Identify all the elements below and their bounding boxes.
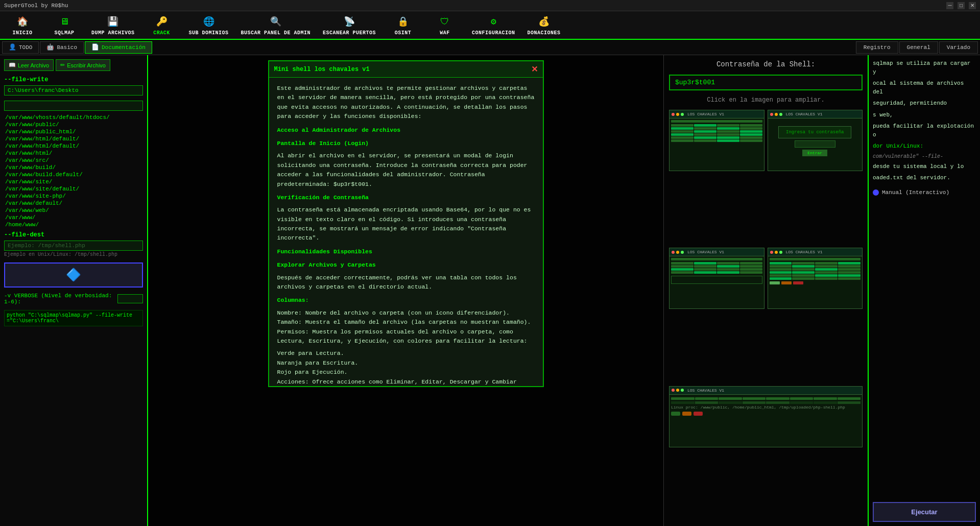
right-text-1: sqlmap se utiliza para cargar y [873,59,976,76]
tab-variado[interactable]: Variado [939,41,978,54]
modal-header: Mini shell los chavales v1 ✕ [269,61,543,78]
verbose-section: -v VERBOSE (Nivel de verbosidad: 1-6): [4,293,143,305]
verbose-input[interactable] [117,294,143,303]
right-section-title: dor Unix/Linux: [873,142,976,151]
file-write-section: --file-write [4,76,143,95]
modal-columns-title: Columnas: [277,296,535,305]
tab-documentacion[interactable]: 📄 Documentación [85,41,152,54]
minimize-button[interactable]: ─ [946,2,953,9]
list-item[interactable]: /var/www/site/ [4,178,143,185]
right-tabs: Registro General Variado [856,41,978,54]
list-item[interactable]: /var/www/ [4,214,143,221]
write-icon: ✏ [60,62,65,68]
menu-escanear[interactable]: 📡 ESCANEAR PUERTOS [317,12,381,38]
screenshot-3[interactable]: LOS CHAVALES V1 [669,248,764,309]
menu-crack[interactable]: 🔑 CRACK [141,12,182,38]
basico-icon: 🤖 [46,43,54,51]
list-item[interactable]: /var/www/html/default/ [4,135,143,142]
menu-subdominios[interactable]: 🌐 SUB DOMINIOS [183,12,234,38]
list-item[interactable]: /var/www/html/ [4,150,143,157]
configuracion-icon: ⚙ [486,14,500,29]
tab-todo[interactable]: 👤 TODO [2,41,39,54]
menu-waf[interactable]: 🛡 WAF [424,12,465,38]
read-icon: 📖 [9,62,16,68]
modal-section-2: Pantalla de Inicio (Login) [277,139,535,148]
modal-section-3: Verificación de Contraseña [277,193,535,202]
file-dest-section: --file-dest Ejemplo en Unix/Linux: /tmp/… [4,231,143,257]
modal-overlay: Mini shell los chavales v1 ✕ Este admini… [148,55,663,526]
radio-manual-label: Manual (Interactivo) [882,189,949,196]
screenshot-1[interactable]: LOS CHAVALES V1 Ingresa tu contraseña En… [768,110,863,171]
modal-close-button[interactable]: ✕ [531,64,538,74]
read-file-button[interactable]: 📖 Leer Archivo [4,59,54,71]
file-dest-label: --file-dest [4,231,44,238]
file-write-input[interactable] [4,85,143,95]
right-desc-1: sqlmap se utiliza para cargar y [873,60,970,75]
menu-dump[interactable]: 💾 DUMP ARCHIVOS [86,12,140,38]
upload-button[interactable]: 🔷 [4,262,143,288]
modal-intro: Este administrador de archivos te permit… [277,84,535,122]
dump-icon: 💾 [106,14,120,29]
list-item[interactable]: /var/www/html/default/ [4,142,143,150]
shell-password-input[interactable] [669,75,863,90]
list-item[interactable]: /var/www/vhosts/default/htdocs/ [4,114,143,121]
menu-buscar[interactable]: 🔍 BUSCAR PANEL DE ADMIN [235,12,317,38]
maximize-button[interactable]: □ [958,2,965,9]
menu-inicio[interactable]: 🏠 INICIO [2,12,43,38]
radio-manual[interactable] [873,189,879,196]
list-item[interactable]: /var/www/public_html/ [4,128,143,135]
modal-title: Mini shell los chavales v1 [274,66,370,73]
list-item[interactable]: /var/www/default/ [4,200,143,207]
menu-osint[interactable]: 🔒 OSINT [383,12,423,38]
list-item[interactable]: /var/www/src/ [4,157,143,164]
home-icon: 🏠 [15,14,30,29]
tab-variado-label: Variado [947,44,970,51]
menu-dump-label: DUMP ARCHIVOS [91,30,135,36]
menu-bar: 🏠 INICIO 🖥 SQLMAP 💾 DUMP ARCHIVOS 🔑 CRAC… [0,11,980,40]
execute-button[interactable]: Ejecutar [873,502,976,522]
right-desc-5: pueda facilitar la explotación o [873,123,974,138]
modal: Mini shell los chavales v1 ✕ Este admini… [268,60,544,387]
right-text-4: s web, [873,111,976,119]
buscar-icon: 🔍 [269,14,283,29]
write-file-button[interactable]: ✏ Escribir Archivo [56,59,110,71]
upload-path-input[interactable] [4,101,143,111]
menu-waf-label: WAF [440,30,450,36]
list-item[interactable]: /var/www/web/ [4,207,143,214]
right-text-2: ocal al sistema de archivos del [873,79,976,96]
file-ops-row: 📖 Leer Archivo ✏ Escribir Archivo [4,59,143,71]
screenshot-2[interactable]: LOS CHAVALES V1 [669,110,764,171]
click-hint: Click en la imagen para ampliar. [669,97,863,104]
list-item[interactable]: /var/www/build.default/ [4,171,143,178]
list-item[interactable]: /home/www/ [4,221,143,226]
menu-donaciones[interactable]: 💰 DONACIONES [522,12,566,38]
modal-body[interactable]: Este administrador de archivos te permit… [269,78,543,386]
close-button[interactable]: ✕ [969,2,976,9]
list-item[interactable]: /var/www/site-php/ [4,193,143,200]
list-item[interactable]: /var/www/site/default/ [4,185,143,193]
screenshots-grid: LOS CHAVALES V1 Ingresa tu contraseña En… [669,110,863,521]
menu-sqlmap-label: SQLMAP [54,30,74,36]
crack-icon: 🔑 [155,14,169,29]
tab-registro-label: Registro [864,44,891,51]
right-desc-2: ocal al sistema de archivos del [873,80,964,95]
tab-registro[interactable]: Registro [856,41,898,54]
menu-sqlmap[interactable]: 🖥 SQLMAP [44,12,85,38]
right-panel: sqlmap se utiliza para cargar y ocal al … [868,55,980,526]
tab-basico-label: Basico [57,44,77,51]
screenshot-5[interactable]: LOS CHAVALES V1 [669,386,863,447]
modal-columns-text: Nombre: Nombre del archivo o carpeta (co… [277,308,535,346]
menu-donaciones-label: DONACIONES [528,30,561,36]
tab-general[interactable]: General [899,41,938,54]
list-item[interactable]: /var/www/public/ [4,121,143,128]
modal-verify-text: La contraseña está almacenada encriptada… [277,205,535,243]
file-dest-input[interactable] [4,241,143,251]
right-desc-4: s web, [873,112,893,118]
menu-configuracion-label: CONFIGURACION [472,30,515,36]
menu-configuracion[interactable]: ⚙ CONFIGURACION [466,12,521,38]
modal-section-1: Acceso al Administrador de Archivos [277,126,535,135]
modal-explore-text: Después de acceder correctamente, podrás… [277,273,535,292]
tab-basico[interactable]: 🤖 Basico [40,41,84,54]
screenshot-4[interactable]: LOS CHAVALES V1 [768,248,863,309]
list-item[interactable]: /var/www/build/ [4,164,143,171]
